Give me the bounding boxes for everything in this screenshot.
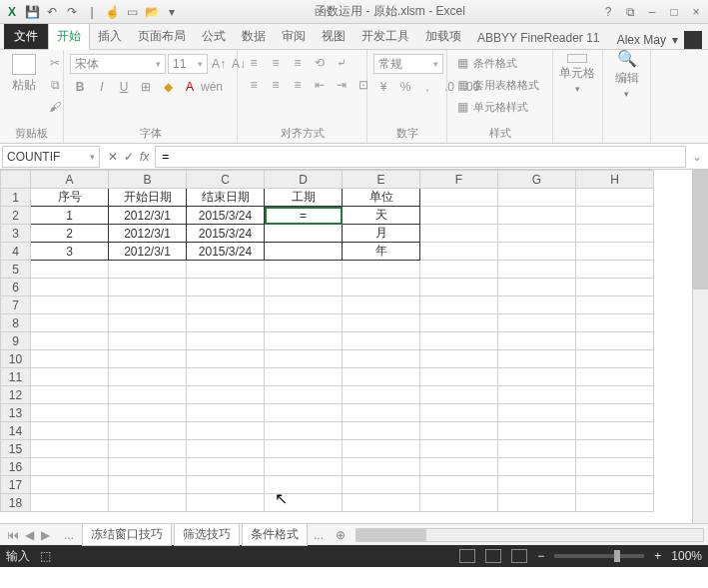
cell[interactable] — [31, 476, 109, 494]
cell[interactable] — [187, 368, 265, 386]
cell[interactable] — [498, 296, 576, 314]
cell[interactable] — [576, 350, 654, 368]
cell[interactable]: 2012/3/1 — [109, 225, 187, 243]
cell[interactable] — [265, 422, 343, 440]
format-painter-icon[interactable]: 🖌 — [46, 98, 64, 116]
row-header[interactable]: 16 — [1, 458, 31, 476]
cell[interactable] — [265, 386, 343, 404]
cell[interactable] — [576, 386, 654, 404]
zoom-out-icon[interactable]: − — [537, 549, 544, 563]
page-break-icon[interactable] — [511, 549, 527, 563]
undo-icon[interactable]: ↶ — [44, 4, 60, 20]
cut-icon[interactable]: ✂ — [46, 54, 64, 72]
cell[interactable] — [31, 440, 109, 458]
cell[interactable] — [265, 225, 343, 243]
cell[interactable] — [420, 368, 498, 386]
cell[interactable] — [31, 458, 109, 476]
cell-style-button[interactable]: ▦单元格样式 — [453, 98, 528, 116]
row-header[interactable]: 5 — [1, 261, 31, 279]
cell[interactable] — [187, 261, 265, 279]
cell[interactable] — [109, 368, 187, 386]
cell[interactable] — [31, 314, 109, 332]
cell[interactable] — [31, 386, 109, 404]
minimize-icon[interactable]: – — [644, 5, 660, 19]
cell[interactable] — [343, 494, 420, 512]
cell[interactable] — [420, 243, 498, 261]
cell[interactable] — [498, 440, 576, 458]
help-icon[interactable]: ? — [600, 5, 616, 19]
cell[interactable] — [343, 368, 420, 386]
cell[interactable] — [420, 440, 498, 458]
cell[interactable] — [265, 458, 343, 476]
cell[interactable] — [265, 243, 343, 261]
conditional-format-button[interactable]: ▦条件格式 — [453, 54, 517, 72]
column-header[interactable]: A — [31, 171, 109, 189]
row-header[interactable]: 10 — [1, 350, 31, 368]
comma-icon[interactable]: , — [417, 78, 437, 96]
cell[interactable] — [420, 332, 498, 350]
cell[interactable] — [109, 440, 187, 458]
cell[interactable] — [109, 279, 187, 296]
tab-review[interactable]: 审阅 — [274, 24, 314, 49]
cell[interactable] — [420, 296, 498, 314]
cell[interactable] — [265, 404, 343, 422]
tab-layout[interactable]: 页面布局 — [130, 24, 194, 49]
cell[interactable] — [187, 332, 265, 350]
cell[interactable] — [576, 458, 654, 476]
phonetic-button[interactable]: wén — [202, 78, 222, 96]
redo-icon[interactable]: ↷ — [64, 4, 80, 20]
cell[interactable] — [420, 261, 498, 279]
cell[interactable] — [498, 189, 576, 207]
grow-font-icon[interactable]: A↑ — [210, 55, 228, 73]
cell[interactable] — [265, 368, 343, 386]
tab-home[interactable]: 开始 — [48, 23, 90, 50]
cell[interactable] — [343, 386, 420, 404]
cell[interactable] — [31, 350, 109, 368]
cell[interactable] — [576, 476, 654, 494]
cell[interactable] — [343, 476, 420, 494]
tab-view[interactable]: 视图 — [314, 24, 354, 49]
column-header[interactable]: H — [576, 171, 654, 189]
cell[interactable] — [498, 350, 576, 368]
cell[interactable] — [576, 368, 654, 386]
indent-dec-icon[interactable]: ⇤ — [310, 76, 330, 94]
cell[interactable]: 2015/3/24 — [187, 207, 265, 225]
sheet-tab[interactable]: 条件格式 — [242, 523, 308, 546]
cell[interactable] — [420, 422, 498, 440]
border-button[interactable]: ⊞ — [136, 78, 156, 96]
expand-formula-icon[interactable]: ⌄ — [686, 150, 708, 164]
cell[interactable] — [576, 422, 654, 440]
cell[interactable] — [498, 225, 576, 243]
align-bottom-icon[interactable]: ≡ — [288, 54, 308, 72]
cell[interactable] — [265, 332, 343, 350]
tab-addins[interactable]: 加载项 — [417, 24, 469, 49]
cell[interactable] — [31, 368, 109, 386]
page-layout-icon[interactable] — [485, 549, 501, 563]
cell[interactable] — [343, 350, 420, 368]
cell[interactable]: 天 — [343, 207, 420, 225]
cell[interactable] — [420, 386, 498, 404]
cell[interactable]: 月 — [343, 225, 420, 243]
cell[interactable] — [576, 261, 654, 279]
align-middle-icon[interactable]: ≡ — [266, 54, 286, 72]
cell[interactable]: 序号 — [31, 189, 109, 207]
cell[interactable] — [576, 296, 654, 314]
cell[interactable] — [420, 494, 498, 512]
zoom-slider[interactable] — [554, 554, 644, 558]
row-header[interactable]: 7 — [1, 296, 31, 314]
font-color-button[interactable]: A — [180, 78, 200, 96]
cell[interactable] — [343, 261, 420, 279]
cell[interactable] — [576, 189, 654, 207]
column-header[interactable]: E — [343, 171, 420, 189]
enter-formula-icon[interactable]: ✓ — [124, 150, 134, 164]
cell[interactable] — [576, 225, 654, 243]
row-header[interactable]: 1 — [1, 189, 31, 207]
cell[interactable] — [498, 207, 576, 225]
cell[interactable] — [420, 458, 498, 476]
cell[interactable] — [109, 476, 187, 494]
cancel-formula-icon[interactable]: ✕ — [108, 150, 118, 164]
cell[interactable] — [576, 440, 654, 458]
tab-prev-icon[interactable]: ◀ — [22, 528, 36, 542]
cell[interactable] — [576, 404, 654, 422]
macro-icon[interactable]: ⬚ — [40, 549, 51, 563]
